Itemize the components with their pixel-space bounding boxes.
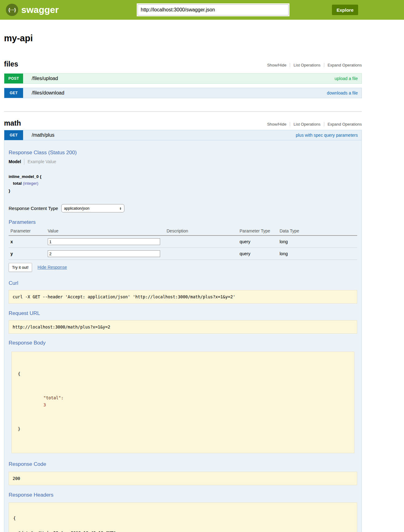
response-code-block: 200	[9, 472, 357, 485]
tab-model[interactable]: Model	[9, 159, 21, 164]
parameter-x-input[interactable]	[48, 238, 160, 245]
get-method-badge: GET	[4, 130, 23, 140]
model-property-type: (integer)	[23, 181, 38, 186]
response-content-type-label: Response Content Type	[9, 206, 58, 211]
show-hide-link[interactable]: Show/Hide	[267, 63, 286, 67]
files-section-controls: Show/Hide List Operations Expand Operati…	[267, 63, 362, 67]
model-name: inline_model_0 {	[9, 174, 357, 179]
expand-operations-link[interactable]: Expand Operations	[328, 122, 362, 127]
column-header-value: Value	[48, 227, 167, 236]
model-signature: inline_model_0 { total (integer) }	[9, 174, 357, 193]
parameter-type: query	[240, 236, 280, 248]
response-headers-heading: Response Headers	[9, 492, 357, 498]
swagger-logo-icon: {⋯}	[6, 4, 18, 16]
api-title: my-api	[4, 33, 362, 43]
files-section-title[interactable]: files	[4, 60, 18, 68]
swagger-brand[interactable]: {⋯} swagger	[6, 4, 59, 16]
operation-row-post-files-upload[interactable]: POST /files/upload upload a file	[4, 73, 362, 84]
section-divider	[4, 111, 362, 112]
separator	[290, 122, 290, 126]
operation-summary-link[interactable]: plus with spec query parameters	[296, 133, 358, 138]
math-section-controls: Show/Hide List Operations Expand Operati…	[267, 122, 362, 127]
operation-path-link[interactable]: /files/download	[32, 90, 64, 96]
math-section-title[interactable]: math	[4, 119, 21, 127]
response-class-heading: Response Class (Status 200)	[9, 140, 357, 156]
request-url-block: http://localhost:3000/math/plus?x=1&y=2	[9, 320, 357, 334]
post-method-badge: POST	[4, 74, 23, 83]
parameter-data-type: long	[280, 248, 357, 260]
separator	[24, 159, 24, 165]
model-tabs: Model Example Value	[9, 158, 357, 165]
operation-path-link[interactable]: /math/plus	[32, 132, 55, 138]
operation-row-get-math-plus[interactable]: GET /math/plus plus with spec query para…	[4, 130, 362, 140]
parameter-row-y: y query long	[9, 248, 357, 260]
response-body-heading: Response Body	[9, 340, 357, 346]
model-property-name: total	[13, 181, 22, 186]
parameter-data-type: long	[280, 236, 357, 248]
separator	[324, 63, 324, 67]
parameters-heading: Parameters	[9, 219, 357, 225]
column-header-data-type: Data Type	[280, 227, 357, 236]
parameter-y-input[interactable]	[48, 250, 160, 257]
explore-button[interactable]: Explore	[332, 5, 358, 15]
operation-path-link[interactable]: /files/upload	[32, 76, 58, 81]
brand-name: swagger	[21, 5, 59, 15]
expand-operations-link[interactable]: Expand Operations	[328, 63, 362, 67]
column-header-parameter: Parameter	[9, 227, 48, 236]
math-section-header: math Show/Hide List Operations Expand Op…	[4, 119, 362, 127]
operation-summary-link[interactable]: upload a file	[334, 76, 358, 81]
top-bar: {⋯} swagger Explore	[0, 0, 404, 20]
parameters-table: Parameter Value Description Parameter Ty…	[9, 227, 357, 260]
json-close-brace: }	[18, 425, 350, 433]
parameter-row-x: x query long	[9, 236, 357, 248]
model-close-brace: }	[9, 188, 357, 193]
get-method-badge: GET	[4, 88, 23, 98]
show-hide-link[interactable]: Show/Hide	[267, 122, 286, 127]
separator	[324, 122, 324, 126]
response-body-block: { "total": 3 }	[11, 352, 354, 453]
list-operations-link[interactable]: List Operations	[293, 122, 320, 127]
request-url-heading: Request URL	[9, 310, 357, 316]
response-content-type-row: Response Content Type application/json ▲…	[9, 204, 357, 212]
json-value: 3	[43, 402, 46, 407]
response-content-type-select[interactable]: application/json ▲▼	[61, 204, 124, 212]
files-section-header: files Show/Hide List Operations Expand O…	[4, 60, 362, 68]
hide-response-link[interactable]: Hide Response	[38, 265, 67, 270]
parameter-name: y	[9, 248, 48, 260]
separator	[290, 63, 290, 67]
column-header-parameter-type: Parameter Type	[240, 227, 280, 236]
column-header-description: Description	[167, 227, 240, 236]
operation-detail-panel: Response Class (Status 200) Model Exampl…	[4, 140, 362, 532]
curl-command-block: curl -X GET --header 'Accept: applicatio…	[9, 290, 357, 304]
response-code-heading: Response Code	[9, 461, 357, 467]
spec-url-input[interactable]	[138, 4, 289, 15]
parameter-type: query	[240, 248, 280, 260]
content-wrap: my-api files Show/Hide List Operations E…	[4, 33, 362, 532]
response-headers-block: { "date": "Wed, 22 Aug 2018 18:49:13 GMT…	[9, 502, 357, 532]
json-open-brace: {	[18, 370, 350, 377]
json-key: "total":	[43, 395, 63, 400]
parameters-header-row: Parameter Value Description Parameter Ty…	[9, 227, 357, 236]
selected-option: application/json	[64, 206, 90, 211]
operation-summary-link[interactable]: downloads a file	[327, 91, 358, 95]
try-it-out-button[interactable]: Try it out!	[9, 263, 32, 272]
parameter-description	[167, 236, 240, 248]
select-arrows-icon: ▲▼	[119, 207, 122, 210]
curl-heading: Curl	[9, 280, 357, 286]
tab-example-value[interactable]: Example Value	[27, 159, 56, 164]
list-operations-link[interactable]: List Operations	[293, 63, 320, 67]
operation-row-get-files-download[interactable]: GET /files/download downloads a file	[4, 88, 362, 98]
parameter-description	[167, 248, 240, 260]
parameter-name: x	[9, 236, 48, 248]
try-it-out-row: Try it out! Hide Response	[9, 262, 357, 272]
